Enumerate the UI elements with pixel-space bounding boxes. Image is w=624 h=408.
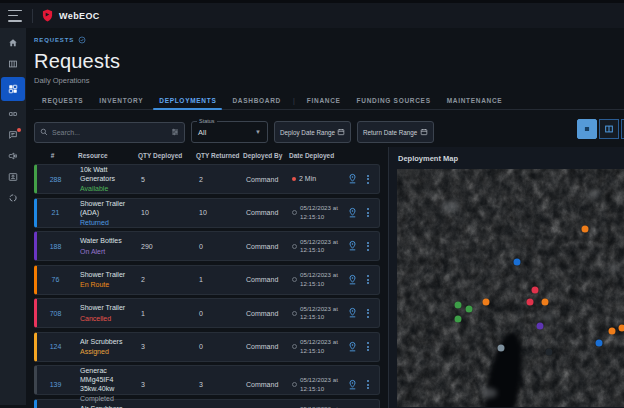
- kebab-cell: [360, 173, 375, 186]
- column-header[interactable]: #: [34, 152, 71, 159]
- column-header[interactable]: QTY Deployed: [138, 152, 196, 159]
- resource-status: On Alert: [80, 247, 141, 256]
- sidebar-item-home[interactable]: [2, 35, 24, 51]
- table-row[interactable]: 188 Water Bottles On Alert 290 0 Command…: [34, 231, 380, 261]
- map-marker[interactable]: [541, 299, 548, 306]
- deploy-date-range-button[interactable]: Deploy Date Range: [274, 121, 351, 143]
- topbar-divider: [32, 9, 33, 23]
- deployed-by: Command: [246, 381, 292, 388]
- pin-cell: [344, 274, 360, 286]
- pin-drop-icon[interactable]: [347, 341, 358, 353]
- split-view-button[interactable]: [599, 119, 619, 139]
- column-header[interactable]: QTY Returned: [196, 152, 243, 159]
- tab-bar: REQUESTSINVENTORYDEPLOYMENTSDASHBOARD|FI…: [34, 95, 624, 110]
- qty-deployed: 3: [141, 381, 199, 388]
- sidebar-item-incidents[interactable]: [2, 190, 24, 206]
- more-options-icon[interactable]: [365, 378, 371, 391]
- map-marker[interactable]: [498, 344, 505, 351]
- tab-requests[interactable]: REQUESTS: [34, 97, 91, 109]
- date-deployed-text: 2 Min: [299, 174, 316, 183]
- pin-cell: [344, 379, 360, 391]
- map-marker[interactable]: [608, 327, 615, 334]
- map-marker[interactable]: [526, 299, 533, 306]
- more-options-icon[interactable]: [365, 173, 371, 186]
- deployment-map[interactable]: [397, 169, 624, 407]
- tab-inventory[interactable]: INVENTORY: [91, 97, 151, 109]
- tab-finance[interactable]: FINANCE: [299, 97, 349, 109]
- clock-icon: [292, 382, 297, 387]
- map-marker[interactable]: [465, 306, 472, 313]
- tab-deployments[interactable]: DEPLOYMENTS: [151, 97, 224, 109]
- resource-name: Generac MMg45IF4 35kw.40kw: [80, 366, 141, 393]
- map-marker[interactable]: [514, 258, 521, 265]
- pin-drop-icon[interactable]: [347, 173, 358, 185]
- table-row[interactable]: 76 Shower Trailer En Route 2 1 Command 0…: [34, 265, 380, 295]
- map-marker[interactable]: [455, 301, 462, 308]
- map-marker[interactable]: [482, 299, 489, 306]
- sidebar-item-contacts[interactable]: [2, 169, 24, 185]
- live-status-dot: [292, 177, 296, 181]
- pin-drop-icon[interactable]: [347, 240, 358, 252]
- date-deployed-text: 05/12/2023 at12:15:10: [300, 271, 338, 288]
- pin-drop-icon[interactable]: [347, 207, 358, 219]
- table-row[interactable]: 288 10k Watt Generators Available 5 2 Co…: [34, 164, 380, 194]
- tab-dashboard[interactable]: DASHBOARD: [224, 97, 289, 109]
- tab-funding-sources[interactable]: FUNDING SOURCES: [349, 97, 439, 109]
- more-options-icon[interactable]: [365, 307, 371, 320]
- tab-maintenance[interactable]: MAINTENANCE: [439, 97, 511, 109]
- clock-icon: [292, 210, 297, 215]
- ring-icon: [8, 193, 18, 203]
- card-view-button[interactable]: [577, 119, 597, 139]
- date-deployed-cell: 05/12/2023 at12:15:10: [292, 204, 344, 221]
- menu-icon[interactable]: [8, 10, 22, 22]
- table-row[interactable]: 124 Air Scrubbers Assigned 3 0 Command 0…: [34, 332, 380, 362]
- qty-deployed: 3: [141, 343, 199, 350]
- card-view-icon: [582, 124, 592, 134]
- pin-drop-icon[interactable]: [347, 274, 358, 286]
- row-id[interactable]: 124: [37, 343, 74, 350]
- map-marker[interactable]: [532, 287, 539, 294]
- tune-filter-icon[interactable]: [171, 128, 179, 136]
- column-header[interactable]: Date Deployed: [289, 152, 341, 159]
- return-date-range-button[interactable]: Return Date Range: [357, 121, 434, 143]
- pin-cell: [344, 240, 360, 252]
- sidebar-item-links[interactable]: [2, 106, 24, 122]
- row-id[interactable]: 76: [37, 276, 74, 283]
- row-id[interactable]: 188: [37, 243, 74, 250]
- pin-drop-icon[interactable]: [347, 307, 358, 319]
- map-marker[interactable]: [618, 325, 624, 332]
- row-id[interactable]: 288: [37, 176, 74, 183]
- more-options-icon[interactable]: [365, 273, 371, 286]
- sidebar-item-broadcasts[interactable]: [2, 148, 24, 164]
- column-header[interactable]: Deployed By: [243, 152, 289, 159]
- sidebar: [0, 28, 26, 405]
- breadcrumb[interactable]: REQUESTS: [34, 36, 624, 44]
- breadcrumb-label[interactable]: REQUESTS: [34, 37, 74, 43]
- search-input[interactable]: [52, 129, 167, 136]
- more-options-icon[interactable]: [365, 206, 371, 219]
- table-row[interactable]: 708 Shower Trailer Cancelled 1 0 Command…: [34, 298, 380, 328]
- resource-status: Returned: [80, 218, 141, 227]
- pin-drop-icon[interactable]: [347, 379, 358, 391]
- row-id[interactable]: 708: [37, 310, 74, 317]
- contact-card-icon: [8, 172, 18, 182]
- map-marker[interactable]: [455, 315, 462, 322]
- table-row[interactable]: 21 Shower Trailer (ADA) Returned 10 10 C…: [34, 198, 380, 228]
- column-header[interactable]: Resource: [71, 152, 138, 159]
- more-options-icon[interactable]: [365, 240, 371, 253]
- table-row[interactable]: 139 Generac MMg45IF4 35kw.40kw Completed…: [34, 365, 380, 395]
- sidebar-item-apps[interactable]: [1, 77, 25, 101]
- sidebar-item-messages[interactable]: [2, 127, 24, 143]
- map-marker[interactable]: [546, 349, 553, 356]
- search-box[interactable]: [34, 122, 185, 143]
- map-marker[interactable]: [582, 225, 589, 232]
- map-marker[interactable]: [537, 323, 544, 330]
- sidebar-item-boards[interactable]: [2, 56, 24, 72]
- status-select[interactable]: Status All ▼: [191, 121, 268, 143]
- date-deployed-cell: 2 Min: [292, 174, 344, 183]
- more-options-icon[interactable]: [365, 340, 371, 353]
- row-id[interactable]: 21: [37, 209, 74, 216]
- row-id[interactable]: 139: [37, 381, 74, 388]
- megaphone-icon: [8, 151, 18, 161]
- map-marker[interactable]: [596, 339, 603, 346]
